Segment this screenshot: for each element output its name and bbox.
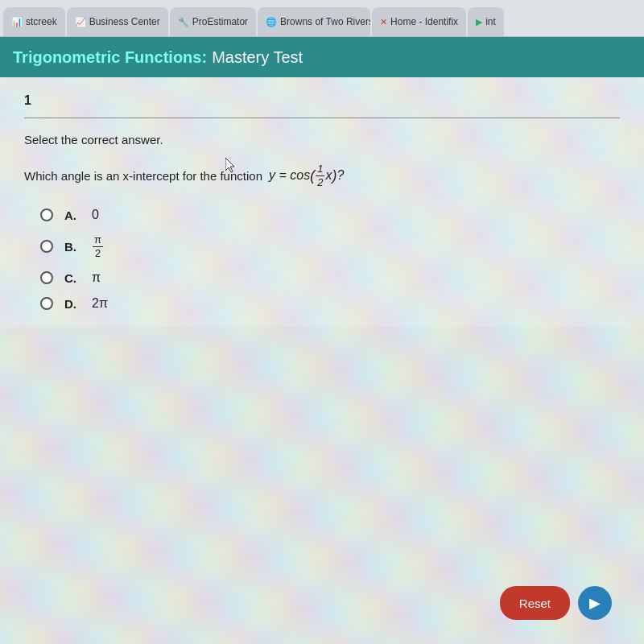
option-a[interactable]: A. 0 [40,208,620,222]
tab-bar: 📊 stcreek 📈 Business Center 🔧 ProEstimat… [0,0,644,37]
tab-browns-icon: 🌐 [266,17,277,27]
tab-browns[interactable]: 🌐 Browns of Two Rivers [258,7,370,36]
options-list: A. 0 B. π 2 C. π D. [40,208,620,311]
tab-proestimator-label: ProEstimator [192,16,248,27]
tab-browns-label: Browns of Two Rivers [280,16,370,27]
math-formula: y = cos(12x)? [269,163,344,188]
tab-proestimator[interactable]: 🔧 ProEstimator [170,7,256,36]
question-text: Which angle is an x-intercept for the fu… [24,163,620,188]
option-d-value: 2π [92,296,108,311]
tab-home-identifix[interactable]: ✕ Home - Identifix [372,7,466,36]
button-bar: Reset ▶ [500,586,612,620]
tab-business-center-label: Business Center [89,16,160,27]
tab-business-center-icon: 📈 [75,17,86,27]
option-d-label: D. [64,297,80,311]
tab-int-label: int [485,16,496,27]
next-button[interactable]: ▶ [578,586,612,620]
option-c[interactable]: C. π [40,270,620,285]
page-header: Trigonometric Functions: Mastery Test [0,37,644,77]
tab-home-identifix-icon: ✕ [380,17,387,27]
option-b-radio[interactable] [40,240,53,253]
option-b-value: π 2 [92,233,104,259]
option-a-value: 0 [92,208,99,222]
question-divider [24,118,620,118]
option-b[interactable]: B. π 2 [40,233,620,259]
question-panel: 1 Select the correct answer. Which angle… [0,77,644,327]
option-a-radio[interactable] [40,208,53,221]
tab-int-icon: ▶ [476,17,482,27]
option-c-radio[interactable] [40,271,53,284]
option-a-label: A. [64,208,80,222]
question-number: 1 [24,93,620,108]
tab-proestimator-icon: 🔧 [178,17,189,27]
instruction-text: Select the correct answer. [24,133,620,147]
tab-home-identifix-label: Home - Identifix [390,16,458,27]
tab-business-center[interactable]: 📈 Business Center [67,7,168,36]
tab-int[interactable]: ▶ int [468,7,504,36]
page-header-title: Mastery Test [212,48,303,67]
option-d[interactable]: D. 2π [40,296,620,311]
tab-stcreek-label: stcreek [26,16,57,27]
option-c-value: π [92,270,101,285]
option-b-frac: π 2 [93,233,103,259]
mouse-cursor [225,158,235,174]
reset-button[interactable]: Reset [500,586,570,620]
tab-stcreek-icon: 📊 [11,17,23,27]
tab-stcreek[interactable]: 📊 stcreek [3,7,65,36]
main-content: 1 Select the correct answer. Which angle… [0,77,644,644]
option-c-label: C. [64,271,80,285]
page-header-highlight: Trigonometric Functions: [13,48,207,67]
option-d-radio[interactable] [40,297,53,310]
option-b-label: B. [64,240,80,254]
